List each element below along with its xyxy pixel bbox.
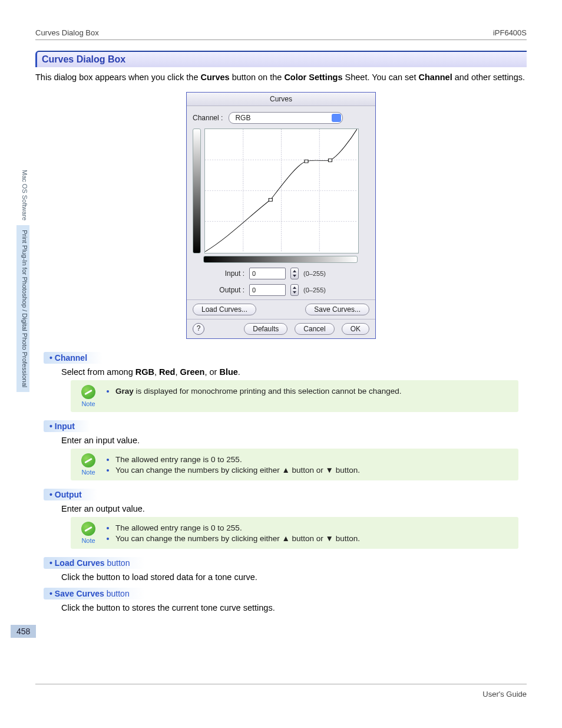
ch-b2: Red — [159, 367, 175, 377]
item-save-thin: button — [104, 589, 130, 598]
note-input-line2: You can change the numbers by clicking e… — [115, 465, 360, 475]
footer-guide: User's Guide — [482, 690, 527, 699]
page-number: 458 — [11, 625, 36, 638]
vertical-gradient — [193, 129, 201, 253]
note-icon — [81, 522, 95, 536]
item-save-title: Save Curves button — [44, 588, 145, 599]
note-channel: Note Gray is displayed for monochrome pr… — [71, 380, 518, 412]
note-icon — [81, 453, 95, 467]
output-range: (0–255) — [303, 286, 326, 294]
item-output-title: Output — [44, 489, 97, 500]
item-input-title: Input — [44, 420, 90, 432]
ch-c2: , — [175, 367, 180, 377]
horizontal-gradient — [203, 256, 358, 263]
note-input-line1: The allowed entry range is 0 to 255. — [115, 454, 360, 464]
ch-c3: , or — [204, 367, 219, 377]
item-load-bold: Load Curves — [55, 558, 105, 568]
item-save-bold: Save Curves — [55, 589, 104, 598]
item-load-title: Load Curves button — [44, 557, 145, 569]
note-label: Note — [77, 400, 100, 407]
note-output-line1: The allowed entry range is 0 to 255. — [115, 523, 360, 532]
item-channel-desc: Select from among RGB, Red, Green, or Bl… — [61, 367, 527, 377]
input-label: Input : — [210, 269, 244, 278]
header-right: iPF6400S — [493, 28, 527, 37]
note-channel-line1: Gray is displayed for monochrome printin… — [115, 386, 402, 396]
item-input-desc: Enter an input value. — [61, 436, 527, 445]
item-load-desc: Click the button to load stored data for… — [61, 572, 527, 582]
note-ch-rest: is displayed for monochrome printing and… — [134, 387, 402, 396]
help-icon[interactable]: ? — [193, 323, 204, 335]
side-tab-macos[interactable]: Mac OS Software — [16, 165, 29, 225]
save-curves-button[interactable]: Save Curves... — [305, 304, 369, 315]
note-output: Note The allowed entry range is 0 to 255… — [71, 517, 518, 549]
input-stepper[interactable] — [290, 268, 299, 279]
input-field[interactable]: 0 — [249, 268, 286, 279]
note-label: Note — [77, 469, 100, 476]
section-heading: Curves Dialog Box — [35, 51, 527, 67]
curves-dialog-title: Curves — [187, 93, 375, 106]
intro-frag-3: Sheet. You can set — [342, 73, 418, 82]
note-ch-gray: Gray — [115, 387, 134, 396]
intro-bold-curves: Curves — [201, 73, 230, 82]
ch-b1: RGB — [135, 367, 154, 377]
item-channel-title: Channel — [44, 352, 103, 364]
intro-frag-2: button on the — [230, 73, 285, 82]
channel-label: Channel : — [193, 114, 223, 122]
side-tabs: Mac OS Software Print Plug-In for Photos… — [16, 165, 29, 392]
ch-b4: Blue — [219, 367, 237, 377]
defaults-button[interactable]: Defaults — [244, 323, 287, 335]
item-output-desc: Enter an output value. — [61, 504, 527, 513]
intro-bold-channel: Channel — [418, 73, 452, 82]
item-save-desc: Click the button to stores the current t… — [61, 603, 527, 612]
side-tab-plugin[interactable]: Print Plug-In for Photoshop / Digital Ph… — [16, 225, 29, 392]
ch-a: Select from among — [61, 367, 135, 377]
svg-rect-7 — [305, 160, 308, 163]
curves-dialog: Curves Channel : RGB — [186, 92, 376, 339]
cancel-button[interactable]: Cancel — [295, 323, 334, 335]
curves-plot[interactable] — [204, 129, 359, 253]
output-field[interactable]: 0 — [249, 284, 286, 296]
svg-rect-8 — [328, 159, 332, 162]
channel-select[interactable]: RGB — [229, 112, 343, 124]
note-label: Note — [77, 537, 100, 544]
intro-frag-4: and other settings. — [452, 73, 525, 82]
ok-button[interactable]: OK — [342, 323, 369, 335]
ch-b3: Green — [180, 367, 205, 377]
load-curves-button[interactable]: Load Curves... — [193, 304, 256, 315]
output-stepper[interactable] — [290, 284, 299, 296]
input-range: (0–255) — [303, 270, 326, 277]
output-label: Output : — [210, 286, 244, 294]
svg-rect-6 — [269, 198, 272, 201]
ch-p: . — [238, 367, 240, 377]
note-input: Note The allowed entry range is 0 to 255… — [71, 449, 518, 480]
note-icon — [81, 385, 95, 399]
intro-text: This dialog box appears when you click t… — [35, 72, 527, 84]
intro-frag-1: This dialog box appears when you click t… — [35, 73, 201, 82]
item-load-thin: button — [105, 558, 130, 568]
intro-bold-colorset: Color Settings — [284, 73, 342, 82]
header-left: Curves Dialog Box — [35, 28, 99, 37]
note-output-line2: You can change the numbers by clicking e… — [115, 533, 360, 543]
ch-c1: , — [154, 367, 159, 377]
